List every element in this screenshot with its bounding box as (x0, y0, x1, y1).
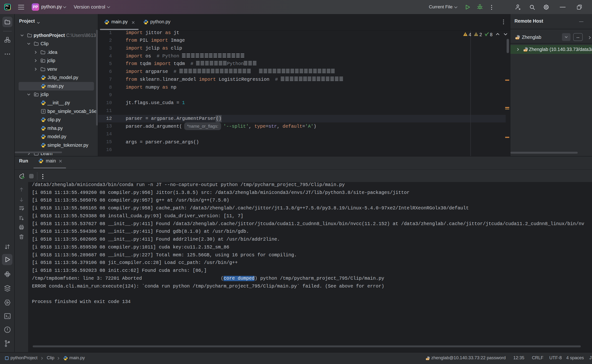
svg-text:?: ? (42, 110, 44, 113)
